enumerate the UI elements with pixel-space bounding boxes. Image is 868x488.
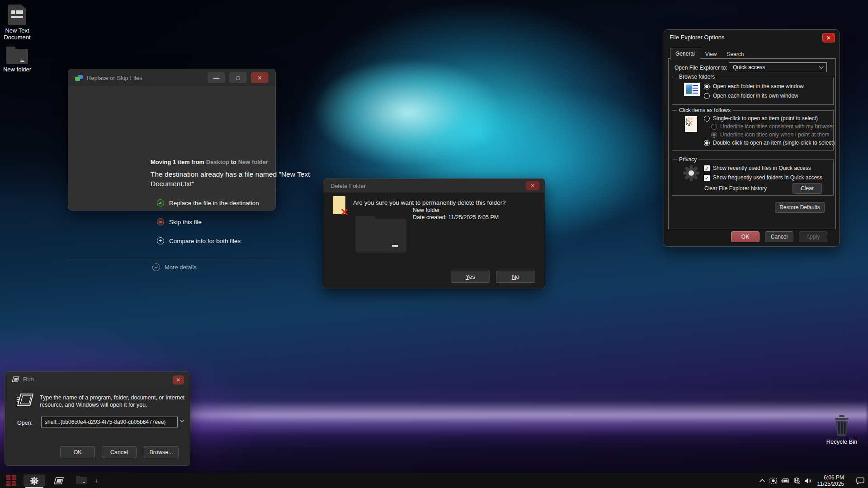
chevron-up-icon[interactable] — [759, 479, 765, 483]
window-title: File Explorer Options — [670, 34, 724, 41]
ok-button[interactable]: OK — [731, 231, 760, 242]
apply-button[interactable]: Apply — [799, 231, 827, 242]
radio-double-click[interactable]: Double-click to open an item (single-cli… — [704, 140, 835, 146]
replace-or-skip-files-window: Replace or Skip Files — ▢ ✕ Moving 1 ite… — [68, 69, 276, 211]
mouse-cursor — [686, 119, 692, 127]
more-details-toggle[interactable]: More details — [152, 263, 197, 271]
cancel-button[interactable]: Cancel — [765, 231, 793, 242]
tab-general[interactable]: General — [670, 48, 700, 60]
browse-folders-icon — [684, 83, 700, 96]
clear-button[interactable]: Clear — [793, 183, 822, 194]
notifications-bubble-icon[interactable] — [856, 477, 864, 484]
restore-defaults-button[interactable]: Restore Defaults — [775, 202, 825, 213]
group-legend: Privacy — [677, 156, 699, 163]
run-icon — [12, 376, 19, 382]
cancel-button[interactable]: Cancel — [102, 446, 137, 458]
volume-icon[interactable] — [804, 478, 811, 484]
chevron-down-icon[interactable] — [180, 418, 184, 422]
taskbar-item-folder[interactable] — [71, 474, 91, 487]
open-combobox[interactable]: shell:::{bb06c0e4-d293-4f75-8a90-cb05b64… — [41, 417, 178, 427]
desktop-icon-new-text-document[interactable]: New Text Document — [0, 5, 37, 41]
text-document-icon — [8, 5, 26, 25]
close-button[interactable]: ✕ — [822, 33, 835, 42]
globe-no-internet-icon[interactable] — [793, 477, 800, 484]
copy-files-icon — [75, 75, 83, 81]
taskbar-clock[interactable]: 6:06 PM 11/25/2025 — [816, 474, 846, 487]
taskbar-item-run[interactable] — [49, 474, 69, 487]
system-tray: 6:06 PM 11/25/2025 — [759, 473, 868, 488]
radio-icon — [704, 93, 710, 99]
radio-single-click[interactable]: Single-click to open an item (point to s… — [704, 115, 818, 122]
privacy-group: Privacy ✓ Show re — [672, 160, 834, 196]
open-to-dropdown[interactable]: Quick access — [729, 62, 827, 72]
run-titlebar[interactable]: Run ✕ — [5, 372, 190, 387]
clear-history-label: Clear File Explorer history — [704, 185, 767, 192]
replace-window-titlebar[interactable]: Replace or Skip Files — ▢ ✕ — [68, 69, 275, 86]
check-recent-files[interactable]: ✓ Show recently used files in Quick acce… — [704, 165, 811, 171]
check-frequent-folders[interactable]: ✓ Show frequently used folders in Quick … — [704, 174, 822, 181]
close-button[interactable]: ✕ — [251, 72, 269, 83]
check-circle-icon: ✓ — [157, 199, 164, 206]
run-dialog: Run ✕ Type the name of a program, folder… — [5, 371, 190, 466]
desktop-icon-label: New folder — [0, 66, 37, 73]
move-destination: New folder — [238, 159, 268, 165]
desktop-icon-label: New Text Document — [0, 27, 37, 41]
desktop: New Text Document New folder Recycle Bin… — [0, 0, 868, 488]
start-button[interactable] — [2, 474, 20, 487]
taskbar-item-settings[interactable] — [24, 474, 45, 487]
delete-folder-dialog: Delete Folder ✕ ✕ Are you sure you want … — [323, 178, 545, 289]
yes-button[interactable]: Yes — [451, 271, 490, 283]
radio-own-window[interactable]: Open each folder in its own window — [704, 93, 798, 99]
radio-icon — [711, 124, 717, 130]
close-button[interactable]: ✕ — [526, 181, 539, 190]
x-circle-icon: ✕ — [157, 218, 164, 225]
delete-dialog-titlebar[interactable]: Delete Folder ✕ — [323, 179, 545, 192]
battery-charging-icon[interactable] — [781, 478, 789, 483]
feo-general-panel: Open File Explorer to: Quick access Brow… — [668, 58, 836, 229]
minimize-button[interactable]: — — [208, 72, 225, 83]
file-explorer-options-dialog: File Explorer Options ✕ General View Sea… — [664, 29, 840, 247]
radio-underline-point: Underline icon titles only when I point … — [711, 131, 829, 138]
feo-titlebar[interactable]: File Explorer Options — [664, 30, 839, 45]
replace-file-option[interactable]: ✓ Replace the file in the destination — [157, 199, 259, 206]
folder-date-created: Date created: 11/25/2025 6:05 PM — [413, 214, 499, 221]
chevron-down-icon — [152, 263, 160, 271]
browse-button[interactable]: Browse... — [144, 446, 179, 458]
conflict-message: The destination already has a file named… — [151, 169, 316, 188]
desktop-icon-new-folder[interactable]: New folder — [0, 49, 37, 73]
radio-icon — [711, 132, 717, 138]
recycle-bin-icon — [833, 415, 851, 436]
folder-icon — [76, 477, 87, 484]
open-to-label: Open File Explorer to: — [675, 65, 727, 71]
browse-folders-group: Browse folders Open each folder in the s… — [672, 77, 834, 105]
plus-circle-icon: + — [157, 237, 164, 244]
maximize-button[interactable]: ▢ — [229, 72, 247, 83]
group-legend: Click items as follows — [677, 107, 733, 113]
radio-icon — [704, 84, 710, 89]
skip-file-option[interactable]: ✕ Skip this file — [157, 218, 202, 225]
click-items-group: Click items as follows Single-click to o… — [672, 110, 834, 151]
radio-same-window[interactable]: Open each folder in the same window — [704, 83, 804, 89]
compare-files-option[interactable]: + Compare info for both files — [157, 237, 241, 244]
window-title: Delete Folder — [330, 183, 366, 189]
new-taskbar-item-button[interactable]: + — [92, 474, 101, 487]
window-title: Run — [23, 376, 34, 383]
folder-name: New folder — [413, 207, 440, 213]
group-legend: Browse folders — [677, 74, 717, 80]
move-source: Desktop — [206, 159, 229, 165]
radio-icon — [704, 116, 710, 122]
checkbox-icon: ✓ — [704, 165, 710, 171]
tray-date: 11/25/2025 — [817, 481, 844, 487]
gear-icon — [682, 164, 700, 184]
no-button[interactable]: No — [496, 271, 535, 283]
chevron-down-icon — [819, 65, 824, 69]
close-button[interactable]: ✕ — [173, 375, 184, 385]
folder-icon — [6, 49, 28, 64]
taskbar: + — [0, 473, 868, 488]
ok-button[interactable]: OK — [60, 446, 95, 458]
touch-indicator-icon[interactable] — [769, 478, 777, 484]
desktop-icon-label: Recycle Bin — [822, 438, 862, 445]
run-description: Type the name of a program, folder, docu… — [40, 394, 185, 408]
desktop-icon-recycle-bin[interactable]: Recycle Bin — [822, 415, 862, 445]
folder-preview-icon — [355, 219, 406, 253]
